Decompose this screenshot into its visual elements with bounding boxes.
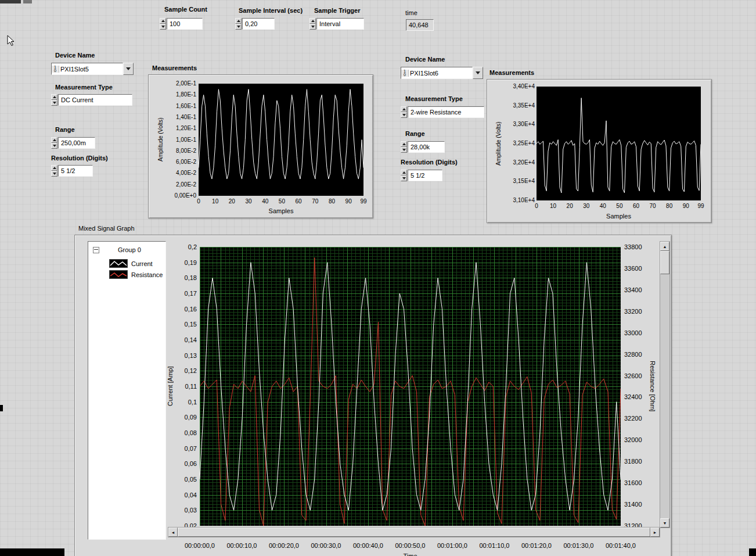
axis-tick-label: 31400 — [624, 501, 642, 508]
resistance-trace-icon — [109, 270, 128, 279]
axis-tick-label: 6,00E-2 — [176, 159, 196, 166]
horizontal-scrollbar[interactable]: ◄ ► — [168, 527, 660, 537]
axis-tick-label: 40 — [600, 203, 606, 210]
legend-item-label: Current — [131, 260, 153, 267]
axis-tick-label: 00:01:40,0 — [606, 542, 636, 549]
dropdown-button[interactable] — [123, 63, 134, 75]
axis-tick-label: 3,15E+4 — [513, 178, 535, 185]
axis-tick-label: 80 — [329, 198, 335, 205]
tree-collapse-button[interactable] — [93, 247, 99, 253]
decrement-button[interactable] — [401, 175, 407, 181]
scroll-left-button[interactable]: ◄ — [168, 528, 178, 537]
dmm2-y-axis-ticks: 3,40E+43,35E+43,30E+43,25E+43,20E+43,15E… — [503, 87, 535, 200]
axis-tick-label: 00:01:20,0 — [521, 542, 552, 549]
increment-button[interactable] — [51, 137, 57, 143]
axis-tick-label: 1,40E-1 — [176, 114, 196, 121]
dmm2-range-value[interactable]: 28,00k — [408, 141, 445, 153]
dmm1-resolution-label: Resolution (Digits) — [51, 155, 108, 162]
axis-tick-label: 32800 — [624, 351, 642, 358]
left-arrow-icon: ◄ — [171, 530, 175, 535]
vertical-scrollbar[interactable]: ▲ ▼ — [660, 241, 670, 528]
increment-button[interactable] — [235, 18, 242, 24]
dmm1-plot-area — [199, 84, 363, 196]
dmm1-x-axis-title: Samples — [199, 207, 363, 214]
axis-tick-label: 0,16 — [185, 306, 197, 313]
axis-tick-label: 32600 — [624, 372, 642, 379]
down-arrow-icon — [402, 177, 406, 180]
axis-tick-label: 0 — [535, 203, 538, 210]
axis-tick-label: 1,80E-1 — [176, 91, 196, 98]
decrement-button[interactable] — [51, 100, 57, 106]
screen-artifact — [0, 405, 3, 411]
dmm1-device-name-label: Device Name — [55, 52, 95, 59]
down-arrow-icon — [53, 173, 56, 175]
axis-tick-label: 0,11 — [185, 383, 197, 390]
sample-interval-value[interactable]: 0,20 — [242, 18, 275, 30]
up-arrow-icon — [53, 167, 56, 169]
io-name-icon: 10 — [52, 66, 59, 73]
dmm1-x-axis-ticks: 010203040506070809099 — [199, 198, 363, 205]
decrement-button[interactable] — [401, 147, 407, 153]
scroll-down-button[interactable]: ▼ — [660, 518, 669, 528]
axis-tick-label: 0,1 — [188, 399, 197, 406]
scrollbar-thumb[interactable] — [660, 251, 669, 274]
sample-count-value[interactable]: 100 — [167, 18, 203, 30]
axis-tick-label: 50 — [279, 198, 285, 205]
axis-tick-label: 3,20E+4 — [513, 159, 535, 166]
axis-tick-label: 33600 — [624, 265, 642, 272]
up-arrow-icon — [402, 171, 406, 174]
decrement-button[interactable] — [309, 24, 316, 30]
mixed-right-axis-title: Resistance [Ohm] — [649, 247, 657, 526]
axis-tick-label: 1,00E-1 — [176, 137, 196, 144]
dmm1-y-axis-ticks: 2,00E-11,80E-11,60E-11,40E-11,20E-11,00E… — [166, 84, 196, 196]
axis-tick-label: 0,05 — [185, 476, 197, 483]
scrollbar-thumb[interactable] — [178, 528, 650, 537]
axis-tick-label: 0,15 — [185, 321, 197, 328]
up-arrow-icon — [53, 96, 56, 98]
dmm1-measurement-type-value[interactable]: DC Current — [58, 94, 132, 106]
dmm2-range-spinner — [401, 141, 407, 153]
legend-item-resistance[interactable]: Resistance — [109, 270, 163, 279]
plot-legend: Group 0 Current Resistance — [88, 241, 166, 540]
dmm1-range-value[interactable]: 250,00m — [58, 137, 95, 149]
increment-button[interactable] — [51, 94, 57, 100]
decrement-button[interactable] — [51, 143, 57, 149]
increment-button[interactable] — [401, 106, 407, 112]
dmm2-plot-area — [537, 87, 701, 200]
scroll-right-button[interactable]: ► — [650, 528, 660, 537]
sample-count-label: Sample Count — [164, 6, 207, 13]
increment-button[interactable] — [401, 170, 407, 175]
dmm2-resolution-value[interactable]: 5 1/2 — [408, 170, 442, 181]
dropdown-button[interactable] — [473, 67, 483, 79]
dmm2-measurement-type-value[interactable]: 2-wire Resistance — [408, 106, 484, 118]
mixed-signal-graph-label: Mixed Signal Graph — [78, 225, 135, 232]
dmm2-y-axis-title: Amplitude (Volts) — [495, 87, 502, 200]
sample-trigger-value[interactable]: Interval — [316, 18, 364, 30]
axis-tick-label: 00:01:10,0 — [480, 542, 510, 549]
dmm1-resolution-value[interactable]: 5 1/2 — [58, 165, 93, 177]
axis-tick-label: 10 — [212, 198, 218, 205]
time-indicator: 40,648 — [406, 19, 434, 31]
decrement-button[interactable] — [401, 112, 407, 118]
decrement-button[interactable] — [51, 171, 57, 177]
axis-tick-label: 0,08 — [185, 429, 197, 436]
axis-tick-label: 0,04 — [185, 492, 197, 498]
sample-trigger-spinner — [309, 18, 316, 30]
dmm2-x-axis-title: Samples — [537, 213, 701, 220]
legend-item-current[interactable]: Current — [109, 259, 153, 268]
dmm2-range-label: Range — [405, 130, 425, 137]
decrement-button[interactable] — [160, 24, 166, 30]
scroll-up-button[interactable]: ▲ — [660, 242, 669, 251]
axis-tick-label: 00:00:30,0 — [311, 542, 341, 549]
increment-button[interactable] — [401, 141, 407, 147]
axis-tick-label: 20 — [567, 203, 573, 210]
decrement-button[interactable] — [235, 24, 242, 30]
axis-tick-label: 2,00E-2 — [176, 181, 196, 188]
increment-button[interactable] — [51, 165, 57, 171]
legend-item-label: Resistance — [131, 271, 163, 278]
dmm2-device-name-field[interactable]: 10 PXI1Slot6 — [401, 67, 473, 79]
dmm1-device-name-field[interactable]: 10 PXI1Slot5 — [51, 63, 123, 75]
axis-tick-label: 2,00E-1 — [176, 80, 196, 87]
increment-button[interactable] — [309, 18, 316, 24]
increment-button[interactable] — [160, 18, 166, 24]
